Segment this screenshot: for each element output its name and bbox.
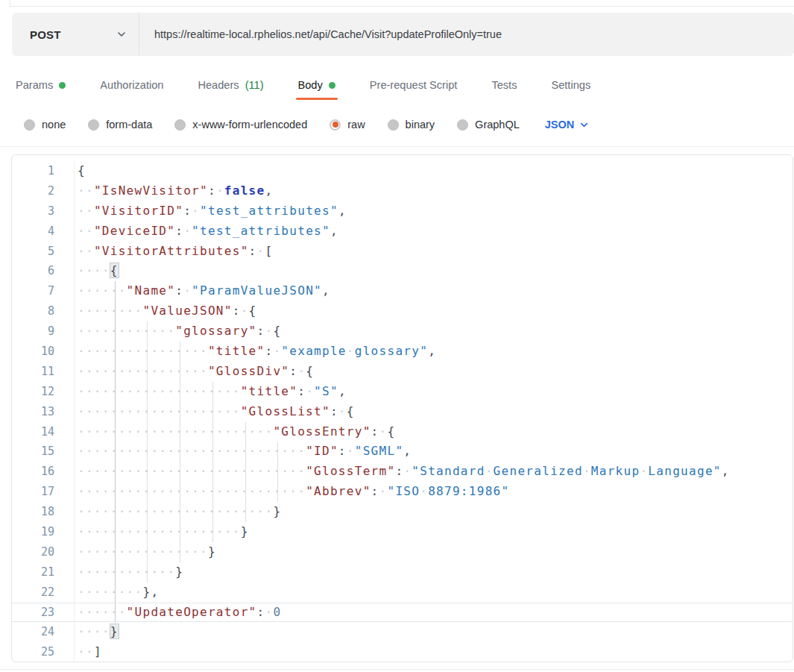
token-p: , (322, 283, 330, 298)
body-mode-label: x-www-form-urlencoded (192, 119, 307, 131)
token-p: : (249, 244, 257, 258)
line-number: 6 (12, 261, 75, 281)
line-number: 14 (12, 422, 75, 442)
tab-body[interactable]: Body (298, 70, 335, 100)
code-line[interactable]: 14························"GlossEntry":·… (12, 422, 793, 442)
tab-tests[interactable]: Tests (491, 70, 517, 100)
code-line[interactable]: 7······"Name":·"ParamValueJSON", (12, 281, 793, 301)
code-line[interactable]: 12····················"title":·"S", (12, 382, 793, 402)
code-line[interactable]: 17····························"Abbrev":·… (12, 482, 793, 502)
code-text: ························"GlossEntry":·{ (75, 422, 395, 442)
code-line[interactable]: 24····} (12, 622, 793, 642)
code-line[interactable]: 18························} (12, 502, 793, 522)
url-input[interactable]: https://realtime-local.rphelios.net/api/… (139, 28, 502, 40)
whitespace-dots: · (306, 384, 314, 398)
code-text: ········"ValueJSON":·{ (75, 301, 257, 321)
code-line[interactable]: 1{ (12, 161, 793, 181)
token-p: ] (94, 644, 102, 659)
body-mode-binary[interactable]: binary (388, 119, 435, 131)
whitespace-dots: ···························· (78, 464, 306, 478)
token-p: } (208, 544, 216, 559)
body-mode-none[interactable]: none (24, 119, 66, 131)
tab-settings[interactable]: Settings (551, 70, 590, 100)
code-text: ··"VisitorID":·"test_attributes", (75, 201, 347, 222)
whitespace-dots: ·· (78, 244, 94, 258)
code-line[interactable]: 4··"DeviceID":·"test_attributes", (12, 222, 793, 242)
body-mode-raw[interactable]: raw (330, 119, 365, 131)
code-line[interactable]: 2··"IsNewVisitor":·false, (12, 181, 793, 201)
token-p: , (338, 204, 347, 218)
body-editor[interactable]: 1{2··"IsNewVisitor":·false,3··"VisitorID… (11, 154, 793, 662)
body-mode-form-data[interactable]: form-data (88, 119, 152, 131)
whitespace-dots: · (347, 344, 355, 358)
tab-pre-request-script[interactable]: Pre-request Script (370, 70, 458, 100)
token-p: , (722, 464, 730, 478)
body-mode-graphql[interactable]: GraphQL (457, 119, 520, 131)
token-p: } (241, 524, 249, 538)
whitespace-dots: · (216, 183, 224, 198)
chevron-down-icon (579, 120, 589, 130)
code-text: ··"VisitorAttributes":·[ (75, 242, 273, 262)
token-p: , (265, 183, 273, 198)
token-p: : (338, 444, 347, 458)
code-line[interactable]: 8········"ValueJSON":·{ (12, 301, 793, 321)
code-line[interactable]: 13····················"GlossList":·{ (12, 402, 793, 422)
token-p: { (249, 304, 257, 318)
code-line[interactable]: 25··] (12, 642, 793, 662)
code-line[interactable]: 10················"title":·"example·glos… (12, 342, 793, 362)
code-text: ················"title":·"example·glossa… (75, 342, 436, 362)
raw-language-selector[interactable]: JSON (545, 119, 590, 131)
body-mode-label: raw (347, 119, 365, 131)
code-text: ····················"title":·"S", (75, 382, 347, 402)
body-mode-x-www-form-urlencoded[interactable]: x-www-form-urlencoded (174, 119, 307, 131)
token-p: : (208, 183, 216, 198)
code-text: ················"GlossDiv":·{ (75, 362, 314, 382)
whitespace-dots: · (420, 484, 428, 498)
whitespace-dots: ·· (78, 204, 94, 218)
method-selector[interactable]: POST (12, 13, 139, 56)
code-line[interactable]: 6····{ (12, 261, 793, 281)
code-line[interactable]: 9············"glossary":·{ (12, 321, 793, 342)
code-line[interactable]: 22········}, (12, 582, 793, 603)
code-line[interactable]: 3··"VisitorID":·"test_attributes", (12, 201, 793, 222)
token-key: "DeviceID" (94, 224, 175, 238)
chevron-down-icon (116, 29, 127, 40)
body-mode-row: noneform-datax-www-form-urlencodedrawbin… (24, 111, 589, 138)
code-line[interactable]: 19····················} (12, 522, 793, 542)
token-str: Language" (648, 464, 721, 478)
line-number: 10 (12, 342, 75, 362)
code-text: ····························"GlossTerm":… (75, 462, 730, 482)
tab-label: Params (16, 79, 53, 91)
token-p: }, (142, 585, 159, 599)
code-text: ··"DeviceID":·"test_attributes", (75, 222, 338, 242)
code-line[interactable]: 15····························"ID":·"SGM… (12, 442, 793, 462)
whitespace-dots: · (183, 224, 192, 238)
radio-icon (388, 119, 399, 131)
line-number: 8 (12, 301, 75, 321)
whitespace-dots: ······ (78, 605, 127, 619)
token-str: "ParamValueJSON" (192, 283, 322, 298)
code-line[interactable]: 11················"GlossDiv":·{ (12, 362, 793, 382)
code-line[interactable]: 5··"VisitorAttributes":·[ (12, 242, 793, 262)
whitespace-dots: ················ (78, 364, 208, 378)
token-p: [ (265, 244, 273, 258)
token-p: , (403, 444, 412, 458)
code-line[interactable]: 20················} (12, 542, 793, 562)
token-p: } (175, 565, 183, 579)
code-line[interactable]: 21············} (12, 562, 793, 582)
tab-authorization[interactable]: Authorization (100, 70, 163, 100)
tab-headers[interactable]: Headers(11) (198, 70, 263, 100)
tab-params[interactable]: Params (16, 70, 66, 100)
code-line[interactable]: 23······"UpdateOperator":·0 (12, 603, 793, 623)
whitespace-dots: · (379, 424, 388, 439)
whitespace-dots: ········ (78, 585, 142, 599)
token-p: : (395, 464, 403, 478)
line-number: 20 (12, 542, 75, 562)
token-key: "GlossList" (241, 404, 330, 418)
code-line[interactable]: 16····························"GlossTerm… (12, 462, 793, 482)
radio-icon (88, 119, 99, 131)
token-key: "glossary" (175, 324, 256, 338)
body-mode-label: none (42, 119, 66, 131)
code-text: ····················} (75, 522, 249, 542)
token-p: , (428, 344, 436, 358)
